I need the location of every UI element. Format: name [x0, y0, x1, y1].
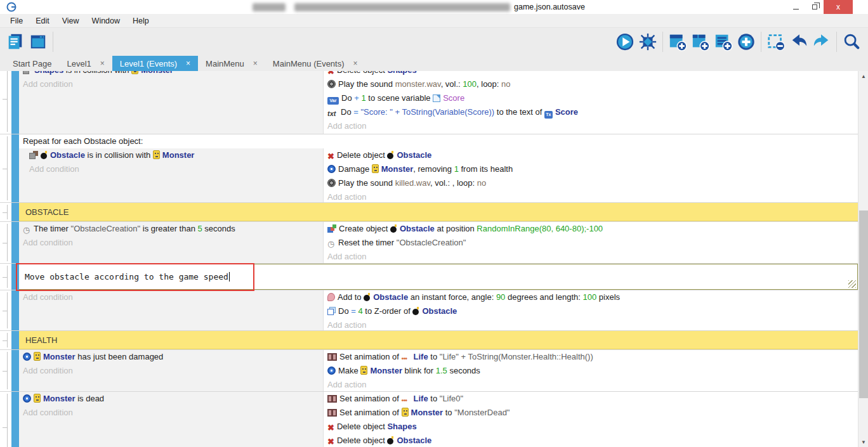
action-row[interactable]: Set animation of Life to "Life0" — [324, 392, 858, 406]
close-tab-icon[interactable]: × — [353, 59, 358, 68]
redo-button[interactable] — [810, 30, 833, 53]
debug-icon — [638, 32, 657, 51]
text-segment: Set animation of — [339, 352, 402, 361]
close-icon: x — [836, 3, 840, 11]
text-segment: 90 — [496, 292, 505, 302]
search-button[interactable] — [840, 30, 863, 53]
add-action-button[interactable]: Add action — [324, 250, 858, 264]
action-row[interactable]: Do = "Score: " + ToString(Variable(Score… — [324, 105, 858, 119]
add-event-button[interactable] — [666, 30, 689, 53]
tab-start-page[interactable]: Start Page — [5, 56, 59, 71]
scroll-down-arrow-icon[interactable]: ▼ — [858, 437, 868, 447]
add-new-button[interactable] — [735, 30, 758, 53]
action-row[interactable]: Do = 4 to Z-order of Obstacle — [324, 304, 858, 318]
add-sub-event-button[interactable] — [689, 30, 712, 53]
event-selection-bar[interactable] — [11, 71, 19, 134]
restore-button[interactable] — [805, 0, 824, 14]
event-selection-bar[interactable] — [11, 290, 19, 330]
add-comment-button[interactable] — [712, 30, 735, 53]
comment-banner[interactable]: HEALTH — [19, 331, 858, 349]
resize-handle-icon[interactable] — [848, 280, 856, 288]
text-object-icon — [544, 111, 553, 119]
menu-window[interactable]: Window — [86, 14, 126, 28]
close-tab-icon[interactable]: × — [100, 59, 105, 68]
event-selection-bar[interactable] — [11, 331, 19, 349]
text-segment: Monster — [43, 394, 76, 403]
minimize-button[interactable] — [787, 0, 805, 14]
play-button[interactable] — [614, 30, 636, 53]
action-row[interactable]: Make Monster blink for 1.5 seconds — [324, 364, 858, 378]
tab-mainmenu-events[interactable]: MainMenu (Events)× — [265, 56, 365, 71]
window-controls: x — [787, 0, 853, 14]
event-gutter — [0, 350, 11, 391]
tab-level1-events[interactable]: Level1 (Events)× — [112, 56, 198, 71]
vertical-scrollbar[interactable]: ▲ ▼ — [858, 71, 868, 447]
tab-mainmenu[interactable]: MainMenu× — [198, 56, 265, 71]
add-action-button[interactable]: Add action — [324, 378, 858, 392]
text-segment: Add to — [338, 292, 364, 302]
action-row[interactable]: Set animation of Life to "Life" + ToStri… — [324, 350, 858, 364]
event-selection-bar[interactable] — [11, 203, 19, 221]
variable-icon — [327, 97, 339, 105]
event-content: Add conditionAdd to Obstacle an instant … — [19, 290, 858, 330]
close-button[interactable]: x — [824, 0, 853, 14]
action-row[interactable]: Play the sound killed.wav, vol.: , loop:… — [324, 176, 858, 190]
event-selection-bar[interactable] — [11, 222, 19, 263]
event-selection-bar[interactable] — [11, 350, 19, 391]
text-segment: "ObstacleCreation" — [71, 224, 141, 233]
text-segment: has just been damaged — [76, 352, 164, 361]
action-row[interactable]: Do + 1 to scene variable Score — [324, 91, 858, 105]
comment-edit-input[interactable]: Move obstacle according to the game spee… — [19, 264, 858, 290]
scrollbar-thumb[interactable] — [859, 211, 868, 398]
tab-level1[interactable]: Level1× — [59, 56, 112, 71]
add-condition-button[interactable]: Add condition — [19, 77, 323, 91]
event-selection-bar[interactable] — [11, 392, 19, 447]
project-manager-button[interactable] — [4, 30, 27, 53]
action-row[interactable]: Delete object Shapes — [324, 420, 858, 434]
actions-column: Delete object ShapesPlay the sound monst… — [324, 71, 858, 134]
comment-block: OBSTACLE — [0, 203, 858, 222]
menu-help[interactable]: Help — [126, 14, 155, 28]
action-row[interactable]: Set animation of Monster to "MonsterDead… — [324, 406, 858, 420]
comment-banner[interactable]: OBSTACLE — [19, 203, 858, 221]
event-selection-bar[interactable] — [11, 264, 19, 290]
toolbar — [0, 28, 868, 56]
obstacle-icon — [387, 151, 394, 159]
condition-row[interactable]: Shapes is in collision with Monster — [19, 71, 323, 77]
condition-row[interactable]: Monster has just been damaged — [19, 350, 323, 364]
text-segment: to — [428, 394, 440, 403]
scene-variable-icon — [433, 94, 440, 102]
add-condition-button[interactable]: Add condition — [19, 236, 323, 250]
action-row[interactable]: Delete object Shapes — [324, 71, 858, 77]
menu-file[interactable]: File — [4, 14, 29, 28]
condition-row[interactable]: Obstacle is in collision with Monster — [19, 148, 323, 162]
close-tab-icon[interactable]: × — [253, 59, 258, 68]
add-condition-button[interactable]: Add condition — [19, 162, 323, 176]
remove-selection-button[interactable] — [765, 30, 787, 53]
add-action-button[interactable]: Add action — [324, 119, 858, 133]
action-row[interactable]: Reset the timer "ObstacleCreation" — [324, 236, 858, 250]
tab-label: Start Page — [13, 59, 51, 68]
event-selection-bar[interactable] — [11, 134, 19, 202]
action-row[interactable]: Create object Obstacle at position Rando… — [324, 222, 858, 236]
condition-row[interactable]: The timer "ObstacleCreation" is greater … — [19, 222, 323, 236]
scroll-up-arrow-icon[interactable]: ▲ — [858, 71, 868, 81]
debug-button[interactable] — [636, 30, 659, 53]
action-row[interactable]: Play the sound monster.wav, vol.: 100, l… — [324, 77, 858, 91]
add-condition-button[interactable]: Add condition — [19, 290, 323, 304]
monster-icon — [402, 408, 409, 417]
add-action-button[interactable]: Add action — [324, 190, 858, 203]
add-action-button[interactable]: Add action — [324, 318, 858, 331]
action-row[interactable]: Add to Obstacle an instant force, angle:… — [324, 290, 858, 304]
undo-button[interactable] — [787, 30, 810, 53]
action-row[interactable]: Damage Monster, removing 1 from its heal… — [324, 162, 858, 176]
action-row[interactable]: Delete object Obstacle — [324, 434, 858, 447]
add-condition-button[interactable]: Add condition — [19, 406, 323, 420]
condition-row[interactable]: Monster is dead — [19, 392, 323, 406]
scene-editor-button[interactable] — [27, 30, 49, 53]
close-tab-icon[interactable]: × — [186, 59, 190, 68]
add-condition-button[interactable]: Add condition — [19, 364, 323, 378]
menu-view[interactable]: View — [56, 14, 86, 28]
menu-edit[interactable]: Edit — [29, 14, 56, 28]
action-row[interactable]: Delete object Obstacle — [324, 148, 858, 162]
